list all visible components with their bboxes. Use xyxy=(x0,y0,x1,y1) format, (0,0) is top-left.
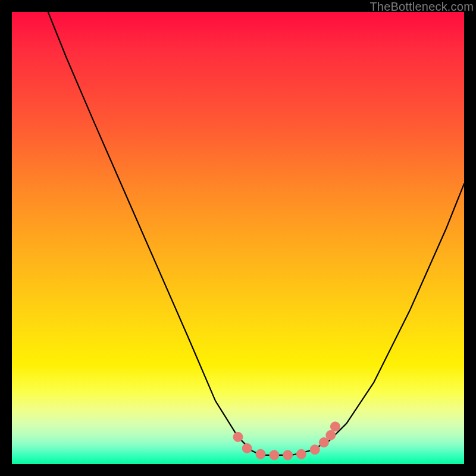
watermark-text: TheBottleneck.com xyxy=(369,0,474,14)
chart-gradient-background xyxy=(12,12,464,464)
chart-frame xyxy=(12,12,464,464)
